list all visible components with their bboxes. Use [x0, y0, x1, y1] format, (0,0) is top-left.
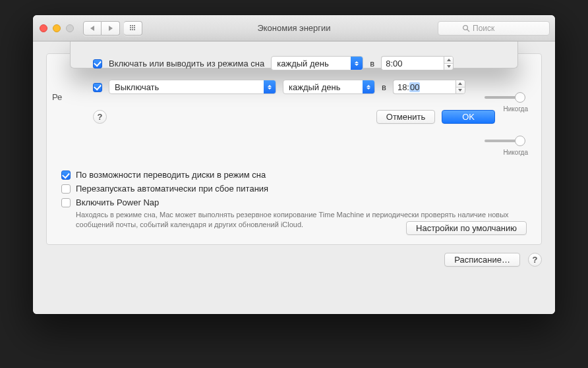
forward-button[interactable]	[102, 21, 120, 36]
restart-on-fail-label: Перезапускать автоматически при сбое пит…	[76, 184, 268, 194]
slider-never-label: Никогда	[504, 149, 528, 156]
wake-row: Включать или выводить из режима сна кажд…	[93, 56, 495, 70]
shutdown-time-field: 18:00	[393, 80, 465, 94]
shutdown-time-hours: 18:	[397, 82, 409, 92]
disk-sleep-label: По возможности переводить диски в режим …	[76, 170, 266, 180]
disk-sleep-checkbox[interactable]	[61, 171, 71, 180]
preferences-window: Экономия энергии Поиск Ре Никогда Никогд…	[33, 15, 555, 314]
slider-knob[interactable]	[515, 136, 525, 146]
zoom-icon	[66, 24, 74, 32]
cancel-button[interactable]: Отменить	[376, 110, 435, 124]
shutdown-at-label: в	[382, 82, 386, 92]
svg-point-0	[463, 25, 468, 30]
traffic-lights	[40, 24, 74, 32]
wake-checkbox[interactable]	[93, 59, 102, 68]
wake-time-stepper[interactable]	[444, 56, 454, 70]
back-button[interactable]	[83, 21, 102, 36]
power-nap-checkbox[interactable]	[61, 198, 71, 207]
close-icon[interactable]	[40, 24, 47, 32]
stepper-down-icon	[456, 88, 465, 94]
shutdown-frequency-select[interactable]: каждый день	[283, 80, 375, 94]
ok-button[interactable]: OK	[442, 110, 495, 124]
sheet-help-button[interactable]: ?	[93, 110, 107, 124]
sheet-footer: ? Отменить OK	[93, 110, 495, 124]
schedule-button[interactable]: Расписание…	[444, 253, 520, 267]
chevron-left-icon	[90, 26, 94, 31]
restart-on-fail-row: Перезапускать автоматически при сбое пит…	[61, 184, 527, 194]
shutdown-action-value: Выключать	[115, 82, 159, 92]
wake-label: Включать или выводить из режима сна	[109, 59, 264, 68]
chevron-right-icon	[109, 26, 113, 31]
question-icon: ?	[98, 112, 103, 122]
show-all-segment	[124, 21, 142, 36]
minimize-icon[interactable]	[53, 24, 61, 32]
updown-icon	[351, 57, 363, 70]
wake-frequency-select[interactable]: каждый день	[271, 56, 363, 70]
show-all-button[interactable]	[124, 21, 142, 36]
wake-time-input[interactable]: 8:00	[381, 56, 444, 70]
wake-time-value: 8:00	[386, 59, 402, 68]
slider-knob[interactable]	[515, 92, 525, 103]
nav-segment	[83, 21, 120, 36]
wake-time-field: 8:00	[381, 56, 454, 70]
shutdown-checkbox[interactable]	[93, 83, 102, 92]
stepper-down-icon	[444, 64, 453, 70]
restore-defaults-button[interactable]: Настройки по умолчанию	[406, 221, 527, 235]
grid-icon	[130, 25, 136, 32]
search-placeholder: Поиск	[473, 24, 494, 33]
shutdown-action-select[interactable]: Выключать	[109, 80, 276, 94]
svg-line-1	[467, 29, 469, 31]
restart-on-fail-checkbox[interactable]	[61, 184, 71, 194]
updown-icon	[264, 80, 276, 93]
shutdown-frequency-value: каждый день	[289, 82, 340, 92]
schedule-sheet: Включать или выводить из режима сна кажд…	[70, 41, 518, 68]
shutdown-time-minutes-selected: 00	[409, 82, 420, 92]
power-nap-row: Включить Power Nap	[61, 197, 527, 207]
wake-at-label: в	[370, 59, 374, 68]
search-field[interactable]: Поиск	[438, 21, 550, 36]
stepper-up-icon	[456, 80, 465, 88]
wake-frequency-value: каждый день	[277, 59, 328, 68]
slider-never-label: Никогда	[504, 105, 528, 113]
power-nap-label: Включить Power Nap	[76, 197, 159, 207]
shutdown-time-stepper[interactable]	[456, 80, 465, 94]
shutdown-time-input[interactable]: 18:00	[393, 80, 456, 94]
updown-icon	[363, 80, 374, 93]
help-button[interactable]: ?	[528, 253, 542, 267]
question-icon: ?	[533, 255, 538, 265]
truncated-label: Ре	[52, 92, 62, 102]
bottom-row: Расписание… ?	[46, 253, 542, 267]
stepper-up-icon	[444, 57, 453, 64]
search-icon	[462, 24, 470, 32]
disk-sleep-row: По возможности переводить диски в режим …	[61, 170, 527, 180]
computer-sleep-slider-fragment: Никогда	[485, 130, 525, 157]
shutdown-row: Выключать каждый день в 18:00	[93, 80, 495, 94]
window-toolbar: Экономия энергии Поиск	[33, 15, 555, 41]
